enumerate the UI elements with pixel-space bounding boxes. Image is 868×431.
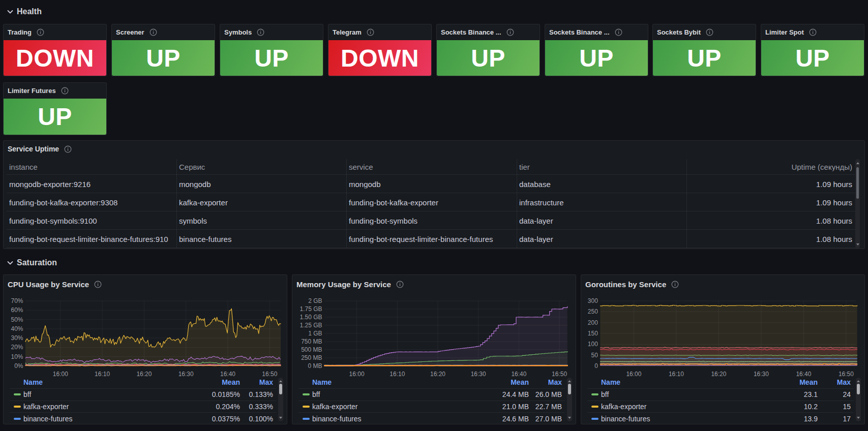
- svg-text:300: 300: [588, 297, 598, 304]
- svg-text:0%: 0%: [14, 362, 23, 370]
- svg-text:16:50: 16:50: [552, 371, 567, 377]
- svg-text:60%: 60%: [11, 306, 23, 314]
- svg-text:30%: 30%: [11, 334, 23, 342]
- svg-text:16:10: 16:10: [95, 371, 110, 377]
- svg-text:16:00: 16:00: [349, 371, 365, 377]
- svg-text:1 GB: 1 GB: [308, 330, 322, 337]
- svg-text:16:40: 16:40: [220, 371, 235, 377]
- svg-text:70%: 70%: [11, 297, 23, 304]
- svg-text:250: 250: [588, 308, 598, 315]
- svg-text:500 MB: 500 MB: [301, 346, 322, 353]
- svg-text:16:30: 16:30: [178, 371, 194, 377]
- svg-text:16:40: 16:40: [796, 371, 811, 377]
- svg-text:16:10: 16:10: [390, 371, 405, 377]
- svg-text:2 GB: 2 GB: [308, 297, 322, 304]
- svg-text:0: 0: [594, 362, 598, 370]
- svg-text:100: 100: [588, 341, 598, 348]
- svg-text:16:30: 16:30: [471, 371, 486, 377]
- svg-text:16:20: 16:20: [711, 371, 726, 377]
- svg-text:1.50 GB: 1.50 GB: [300, 314, 322, 321]
- svg-text:150: 150: [588, 330, 598, 337]
- svg-text:16:00: 16:00: [53, 371, 68, 377]
- svg-text:16:10: 16:10: [669, 371, 684, 377]
- svg-text:16:00: 16:00: [626, 371, 641, 377]
- svg-text:750 MB: 750 MB: [301, 338, 322, 345]
- svg-text:40%: 40%: [11, 325, 23, 332]
- svg-text:16:50: 16:50: [839, 371, 854, 377]
- svg-text:20%: 20%: [11, 344, 23, 351]
- svg-text:1.75 GB: 1.75 GB: [300, 305, 322, 313]
- svg-text:0 MB: 0 MB: [308, 362, 322, 370]
- svg-text:200: 200: [588, 319, 598, 326]
- svg-text:50%: 50%: [11, 316, 23, 323]
- svg-text:16:20: 16:20: [430, 371, 445, 377]
- svg-text:16:30: 16:30: [754, 371, 769, 377]
- svg-text:16:20: 16:20: [136, 371, 152, 377]
- svg-text:16:40: 16:40: [511, 371, 526, 377]
- svg-text:16:50: 16:50: [262, 371, 277, 377]
- svg-text:50: 50: [591, 352, 598, 359]
- svg-text:1.25 GB: 1.25 GB: [300, 322, 322, 329]
- svg-text:10%: 10%: [11, 353, 23, 360]
- svg-text:250 MB: 250 MB: [301, 354, 322, 361]
